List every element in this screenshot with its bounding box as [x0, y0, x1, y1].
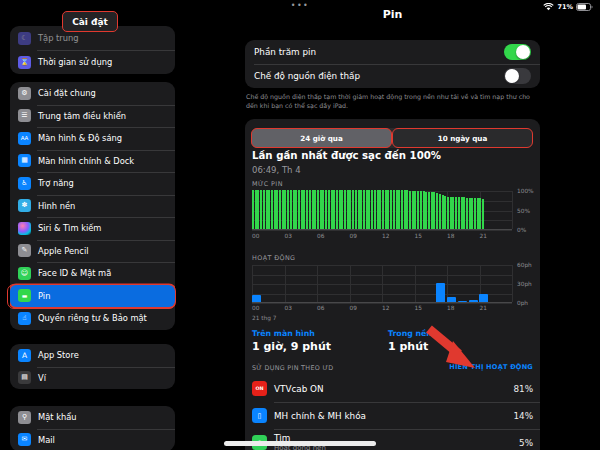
battery-level-bar [425, 192, 427, 229]
app-usage-list: ONVTVcab ON81%▯MH chính & MH khóa14%◉Tìm… [252, 375, 533, 450]
battery-level-bar [322, 190, 324, 229]
sidebar-item-h-nh-n-n[interactable]: ✽Hình nền [10, 195, 175, 218]
battery-level-bar [398, 190, 400, 229]
sidebar-item-th-i-gian-s-d-ng[interactable]: ⌛Thời gian sử dụng [10, 50, 175, 74]
battery-level-bar [385, 190, 387, 229]
battery-level-bar [466, 198, 468, 229]
activity-bar [436, 283, 445, 302]
app-name: VTVcab ON [274, 384, 324, 394]
sidebar-item-apple-pencil[interactable]: ✎Apple Pencil [10, 240, 175, 263]
x-axis-label: 15 [415, 305, 422, 311]
sidebar-item-siri-t-m-ki-m[interactable]: Siri & Tìm kiếm [10, 217, 175, 240]
battery-toggles-card: Phần trăm pinChế độ nguồn điện thấp [245, 40, 540, 88]
battery-level-bar [406, 190, 408, 229]
gridline [415, 265, 416, 302]
sidebar-item-label: Màn hình & Độ sáng [38, 133, 122, 143]
face-id-icon: ☺ [18, 267, 31, 280]
battery-level-bar [344, 190, 346, 229]
sidebar-item-m-t-kh-u[interactable]: ⚲Mật khẩu [10, 406, 175, 429]
sidebar-item-m-n-h-nh-ch-nh-dock[interactable]: ▦Màn hình chính & Dock [10, 150, 175, 173]
sidebar-item-label: Thời gian sử dụng [38, 57, 112, 67]
sidebar-item-m-n-h-nh-s-ng[interactable]: AAMàn hình & Độ sáng [10, 127, 175, 150]
app-usage-row[interactable]: ▯MH chính & MH khóa14% [252, 402, 533, 429]
gridline [512, 265, 513, 302]
display-brightness-icon: AA [18, 132, 31, 145]
wifi-icon [543, 3, 554, 11]
x-axis-label: 15 [415, 233, 422, 239]
battery-level-chart [252, 191, 512, 230]
battery-level-bar [382, 190, 384, 229]
on-screen-value: 1 giờ, 9 phút [252, 340, 331, 353]
gridline [382, 265, 383, 302]
battery-level-bar [458, 197, 460, 229]
x-axis-label: 21 [480, 233, 487, 239]
x-axis-label: 21 [480, 305, 487, 311]
battery-level-bar [358, 190, 360, 229]
battery-level-bar [377, 190, 379, 229]
x-axis-label: 18 [447, 233, 454, 239]
sidebar-item-tr-n-ng[interactable]: ♿Trợ năng [10, 172, 175, 195]
x-axis-label: 09 [350, 305, 357, 311]
sidebar-item-label: Hình nền [38, 201, 75, 211]
sidebar-title-annotated: Cài đặt [62, 11, 118, 32]
toggle-switch[interactable] [504, 44, 531, 60]
toggle-knob [505, 69, 519, 83]
battery-level-bar [469, 198, 471, 229]
app-name: MH chính & MH khóa [274, 411, 366, 421]
gridline [285, 265, 286, 302]
apple-pencil-icon: ✎ [18, 244, 31, 257]
sidebar-item-label: Trợ năng [38, 178, 74, 188]
gridline [252, 230, 512, 231]
sidebar-item-label: Face ID & Mật mã [38, 268, 111, 278]
battery-level-bar [309, 190, 311, 229]
battery-level-bar [360, 190, 362, 229]
y-axis-label: 100% [517, 188, 534, 194]
battery-level-bar [447, 197, 449, 229]
privacy-hand-icon: ☝ [18, 312, 31, 325]
battery-level-bar [349, 190, 351, 229]
battery-level-bar [477, 198, 479, 229]
battery-level-bar [279, 190, 281, 229]
sidebar-item-label: Ví [38, 373, 46, 383]
battery-level-bar [439, 194, 441, 229]
battery-level-bar [444, 196, 446, 229]
sidebar-item-quy-n-ri-ng-t-b-o-m-t[interactable]: ☝Quyền riêng tư & Bảo mật [10, 307, 175, 330]
battery-level-bar [320, 190, 322, 229]
battery-level-bar [366, 190, 368, 229]
sidebar-item-label: Pin [38, 291, 50, 301]
home-indicator[interactable] [224, 441, 376, 446]
sidebar-item-app-store[interactable]: AApp Store [10, 344, 175, 367]
sidebar-item-label: Mật khẩu [38, 412, 77, 422]
sidebar-item-c-i-t-chung[interactable]: ⚙Cài đặt chung [10, 82, 175, 105]
toggle-switch[interactable] [504, 68, 531, 84]
sidebar-item-pin[interactable]: ▬Pin [10, 285, 175, 308]
y-axis-label: 0ph [517, 300, 528, 306]
battery-level-bar [442, 195, 444, 229]
app-usage-row[interactable]: ONVTVcab ON81% [252, 375, 533, 402]
battery-level-bar [414, 191, 416, 229]
battery-level-bar [339, 190, 341, 229]
battery-level-bar [409, 191, 411, 229]
battery-level-bar [379, 190, 381, 229]
app-usage-row[interactable]: ◉TìmHoạt động nền5% [252, 429, 533, 450]
y-axis-label: 0% [517, 227, 526, 233]
y-axis-label: 50% [517, 208, 530, 214]
sidebar-item-face-id-m-t-m-[interactable]: ☺Face ID & Mật mã [10, 262, 175, 285]
segment-unselected[interactable]: 10 ngày qua [392, 128, 533, 148]
battery-level-chart-title: MỨC PIN [252, 180, 283, 188]
battery-level-bar [428, 192, 430, 229]
battery-level-bar [433, 192, 435, 229]
sidebar-item-label: Mail [38, 435, 55, 445]
activity-bar [458, 301, 467, 302]
battery-level-bar [374, 190, 376, 229]
sidebar-item-label: Apple Pencil [38, 246, 89, 256]
battery-level-bar [266, 190, 268, 229]
segment-selected[interactable]: 24 giờ qua [251, 128, 392, 148]
battery-level-bar [387, 190, 389, 229]
sidebar-item-v-[interactable]: ▤Ví [10, 367, 175, 390]
sidebar-item-trung-t-m-i-u-khi-n[interactable]: ☰Trung tâm điều khiển [10, 105, 175, 128]
sidebar-item-mail[interactable]: ✉Mail [10, 429, 175, 450]
battery-level-bar [461, 197, 463, 229]
app-icon-mh-ch-nh-mh-kh-a: ▯ [252, 408, 267, 423]
activity-bar [252, 295, 261, 302]
